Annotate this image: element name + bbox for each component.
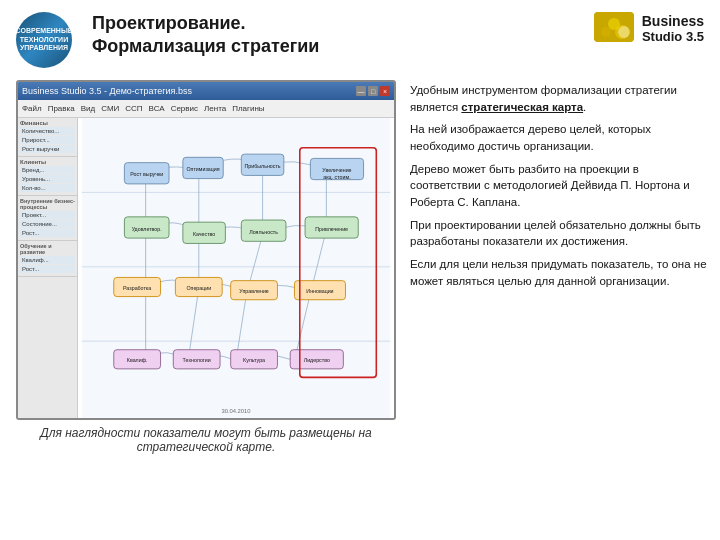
title-line1: Проектирование. bbox=[92, 13, 246, 33]
sidebar-item: Квалиф... bbox=[20, 256, 75, 264]
sidebar-item: Рост... bbox=[20, 229, 75, 237]
screenshot-area: Business Studio 3.5 - Демо-стратегия.bss… bbox=[16, 80, 396, 532]
svg-text:Лидерство: Лидерство bbox=[304, 357, 330, 363]
screenshot-caption: Для наглядности показатели могут быть ра… bbox=[16, 426, 396, 454]
window-controls: — □ × bbox=[356, 86, 390, 96]
sidebar-item: Состояние... bbox=[20, 220, 75, 228]
sidebar-item: Уровень... bbox=[20, 175, 75, 183]
text-panel: Удобным инструментом формализации страте… bbox=[410, 80, 712, 532]
company-logo: СОВРЕМЕННЫЕТЕХНОЛОГИИУПРАВЛЕНИЯ bbox=[16, 12, 76, 72]
page-title: Проектирование. Формализация стратегии bbox=[92, 12, 594, 59]
svg-text:Технологии: Технологии bbox=[183, 357, 211, 363]
logo-circle: СОВРЕМЕННЫЕТЕХНОЛОГИИУПРАВЛЕНИЯ bbox=[16, 12, 72, 68]
svg-text:Разработка: Разработка bbox=[123, 285, 151, 291]
brand-icon bbox=[594, 12, 634, 42]
sidebar-item: Количество... bbox=[20, 127, 75, 135]
title-line2: Формализация стратегии bbox=[92, 36, 319, 56]
app-body: Финансы Количество... Прирост... Рост вы… bbox=[18, 118, 394, 420]
text-block-4: При проектировании целей обязательно дол… bbox=[410, 217, 712, 250]
strategy-map-svg: Рост выручки Оптимизация Прибыльность Ув… bbox=[78, 118, 394, 420]
app-window-frame: Business Studio 3.5 - Демо-стратегия.bss… bbox=[16, 80, 396, 420]
sidebar-item: Прирост... bbox=[20, 136, 75, 144]
menu-service[interactable]: Сервис bbox=[171, 104, 198, 113]
sidebar-finance-title: Финансы bbox=[20, 120, 75, 126]
app-titlebar: Business Studio 3.5 - Демо-стратегия.bss… bbox=[18, 82, 394, 100]
sidebar-item: Проект... bbox=[20, 211, 75, 219]
logo-text: СОВРЕМЕННЫЕТЕХНОЛОГИИУПРАВЛЕНИЯ bbox=[16, 27, 72, 52]
svg-point-2 bbox=[608, 18, 620, 30]
page-header: СОВРЕМЕННЫЕТЕХНОЛОГИИУПРАВЛЕНИЯ Проектир… bbox=[0, 0, 720, 80]
svg-text:Инновации: Инновации bbox=[306, 288, 333, 294]
menu-smi[interactable]: СМИ bbox=[101, 104, 119, 113]
sidebar-section-finance: Финансы Количество... Прирост... Рост вы… bbox=[18, 118, 77, 157]
svg-text:Управление: Управление bbox=[239, 288, 268, 294]
svg-text:Лояльность: Лояльность bbox=[249, 229, 278, 235]
menu-ssp[interactable]: ССП bbox=[125, 104, 142, 113]
svg-text:Увеличение: Увеличение bbox=[322, 167, 351, 173]
maximize-button[interactable]: □ bbox=[368, 86, 378, 96]
text-block-2: На ней изображается дерево целей, которы… bbox=[410, 121, 712, 154]
svg-text:Квалиф.: Квалиф. bbox=[127, 357, 148, 363]
sidebar-item: Рост выручки bbox=[20, 145, 75, 153]
svg-point-3 bbox=[601, 27, 611, 37]
svg-text:акц. стоим.: акц. стоим. bbox=[323, 174, 350, 180]
brand-name: Business bbox=[642, 13, 704, 29]
app-sidebar: Финансы Количество... Прирост... Рост вы… bbox=[18, 118, 78, 420]
svg-text:Культура: Культура bbox=[243, 357, 265, 363]
app-window-title: Business Studio 3.5 - Демо-стратегия.bss bbox=[22, 86, 356, 96]
close-button[interactable]: × bbox=[380, 86, 390, 96]
sidebar-processes-title: Внутренние бизнес-процессы bbox=[20, 198, 75, 210]
svg-text:30.04.2010: 30.04.2010 bbox=[221, 408, 251, 414]
menu-plugins[interactable]: Плагины bbox=[232, 104, 264, 113]
text-block-5: Если для цели нельзя придумать показател… bbox=[410, 256, 712, 289]
menu-ribbon[interactable]: Лента bbox=[204, 104, 226, 113]
page-title-block: Проектирование. Формализация стратегии bbox=[92, 12, 594, 59]
svg-text:Оптимизация: Оптимизация bbox=[186, 166, 219, 172]
menu-file[interactable]: Файл bbox=[22, 104, 42, 113]
svg-text:Привлечение: Привлечение bbox=[315, 226, 348, 232]
text-block-1: Удобным инструментом формализации страте… bbox=[410, 82, 712, 115]
menu-view[interactable]: Вид bbox=[81, 104, 95, 113]
sidebar-item: Кол-во... bbox=[20, 184, 75, 192]
sidebar-section-processes: Внутренние бизнес-процессы Проект... Сос… bbox=[18, 196, 77, 241]
brand-version: Studio 3.5 bbox=[642, 29, 704, 44]
strategy-map-canvas: Рост выручки Оптимизация Прибыльность Ув… bbox=[78, 118, 394, 420]
sidebar-section-learning: Обучение и развитие Квалиф... Рост... bbox=[18, 241, 77, 277]
sidebar-item: Рост... bbox=[20, 265, 75, 273]
svg-text:Операции: Операции bbox=[186, 285, 211, 291]
sidebar-section-clients: Клиенты Бренд... Уровень... Кол-во... bbox=[18, 157, 77, 196]
svg-text:Удовлетвор.: Удовлетвор. bbox=[132, 226, 162, 232]
sidebar-learning-title: Обучение и развитие bbox=[20, 243, 75, 255]
menu-edit[interactable]: Правка bbox=[48, 104, 75, 113]
svg-text:Прибыльность: Прибыльность bbox=[245, 163, 281, 169]
app-toolbar: Файл Правка Вид СМИ ССП ВСА Сервис Лента… bbox=[18, 100, 394, 118]
menu-vsa[interactable]: ВСА bbox=[149, 104, 165, 113]
svg-text:Рост выручки: Рост выручки bbox=[130, 171, 163, 177]
brand-block: Business Studio 3.5 bbox=[594, 12, 704, 44]
text-block-3: Дерево может быть разбито на проекции в … bbox=[410, 161, 712, 211]
brand-name-block: Business Studio 3.5 bbox=[642, 13, 704, 44]
main-content: Business Studio 3.5 - Демо-стратегия.bss… bbox=[0, 80, 720, 540]
sidebar-item: Бренд... bbox=[20, 166, 75, 174]
minimize-button[interactable]: — bbox=[356, 86, 366, 96]
sidebar-clients-title: Клиенты bbox=[20, 159, 75, 165]
svg-text:Качество: Качество bbox=[193, 231, 215, 237]
